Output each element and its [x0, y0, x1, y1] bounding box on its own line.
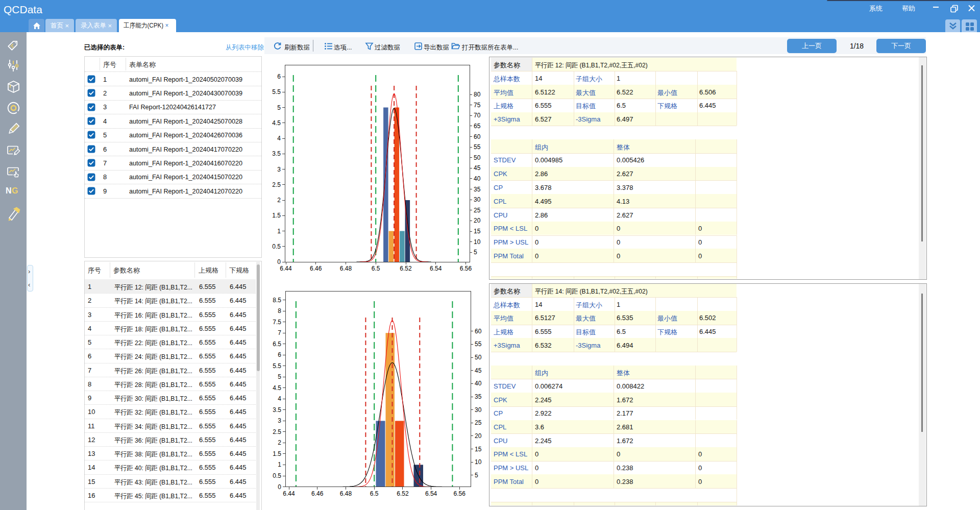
- svg-text:45: 45: [475, 367, 482, 374]
- svg-text:6.52: 6.52: [400, 265, 412, 272]
- svg-text:25: 25: [474, 207, 481, 214]
- svg-text:10: 10: [474, 238, 481, 246]
- svg-text:7: 7: [278, 329, 281, 336]
- svg-text:20: 20: [474, 217, 481, 224]
- svg-text:20: 20: [475, 432, 482, 440]
- svg-text:5.5: 5.5: [273, 362, 281, 370]
- svg-text:6.5: 6.5: [372, 265, 380, 272]
- svg-text:70: 70: [474, 112, 481, 119]
- svg-text:1: 1: [277, 228, 281, 235]
- svg-text:7.5: 7.5: [273, 319, 281, 326]
- svg-text:35: 35: [474, 186, 481, 193]
- svg-text:6.54: 6.54: [430, 265, 442, 272]
- svg-text:60: 60: [474, 133, 481, 140]
- svg-text:5: 5: [277, 104, 281, 111]
- svg-text:8.5: 8.5: [273, 297, 281, 304]
- svg-text:2.5: 2.5: [273, 428, 281, 435]
- svg-text:4.5: 4.5: [273, 384, 281, 392]
- svg-text:0: 0: [278, 483, 281, 491]
- svg-text:1: 1: [278, 461, 281, 468]
- svg-text:15: 15: [475, 446, 482, 453]
- svg-text:6.44: 6.44: [280, 265, 292, 272]
- svg-text:35: 35: [475, 393, 482, 400]
- svg-text:6.48: 6.48: [340, 490, 352, 497]
- svg-text:0.5: 0.5: [273, 472, 281, 479]
- svg-text:15: 15: [474, 228, 481, 235]
- svg-text:6.56: 6.56: [460, 265, 472, 272]
- svg-text:50: 50: [474, 154, 481, 161]
- svg-text:40: 40: [474, 175, 481, 182]
- svg-text:65: 65: [474, 123, 481, 130]
- svg-text:6.44: 6.44: [283, 490, 295, 497]
- svg-text:5: 5: [475, 472, 478, 479]
- svg-text:10: 10: [475, 458, 482, 466]
- svg-text:60: 60: [475, 328, 482, 335]
- svg-text:80: 80: [474, 91, 481, 98]
- svg-text:8: 8: [278, 307, 281, 314]
- svg-text:6.46: 6.46: [311, 490, 324, 497]
- svg-text:6: 6: [278, 351, 281, 358]
- svg-text:4: 4: [277, 135, 281, 142]
- svg-text:40: 40: [475, 380, 482, 387]
- svg-text:50: 50: [475, 354, 482, 361]
- svg-text:5: 5: [278, 373, 281, 380]
- svg-text:30: 30: [474, 196, 481, 203]
- svg-text:75: 75: [474, 102, 481, 109]
- svg-text:2.5: 2.5: [272, 181, 281, 188]
- svg-text:2: 2: [278, 439, 281, 446]
- svg-text:2: 2: [277, 197, 281, 204]
- svg-text:6.5: 6.5: [370, 490, 379, 497]
- svg-text:3.5: 3.5: [272, 150, 281, 157]
- svg-text:6: 6: [277, 73, 281, 80]
- svg-text:5: 5: [474, 249, 477, 256]
- svg-text:45: 45: [474, 164, 481, 172]
- svg-text:1.5: 1.5: [273, 450, 281, 457]
- svg-text:6.48: 6.48: [340, 265, 352, 272]
- svg-text:3: 3: [277, 166, 281, 173]
- svg-text:55: 55: [474, 143, 481, 151]
- svg-text:5.5: 5.5: [272, 88, 281, 95]
- svg-text:6.54: 6.54: [425, 490, 437, 497]
- svg-text:6.52: 6.52: [397, 490, 409, 497]
- svg-text:55: 55: [475, 341, 482, 348]
- svg-text:25: 25: [475, 419, 482, 426]
- svg-text:6.56: 6.56: [454, 490, 466, 497]
- svg-text:4.5: 4.5: [272, 119, 281, 127]
- svg-text:4: 4: [278, 395, 281, 402]
- svg-text:1.5: 1.5: [272, 212, 281, 219]
- svg-text:6.46: 6.46: [310, 265, 322, 272]
- svg-text:3: 3: [278, 417, 281, 424]
- svg-text:0: 0: [277, 258, 281, 265]
- svg-text:0.5: 0.5: [272, 243, 281, 250]
- svg-text:6.5: 6.5: [273, 341, 281, 348]
- svg-text:3.5: 3.5: [273, 406, 281, 414]
- svg-text:30: 30: [475, 406, 482, 414]
